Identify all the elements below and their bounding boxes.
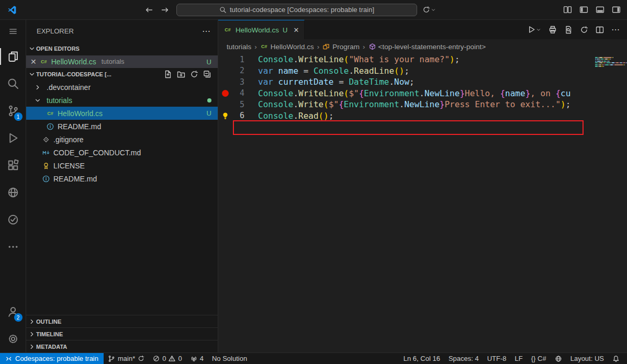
breadcrumb-item-class[interactable]: Program xyxy=(322,43,360,51)
breakpoint-gutter[interactable] xyxy=(218,76,232,88)
tree-file-CODE_OF_CONDUCT.md[interactable]: CODE_OF_CONDUCT.md xyxy=(26,146,218,159)
git-branch-icon xyxy=(108,355,115,362)
toggle-panel-icon[interactable] xyxy=(596,5,604,14)
symbol-class-icon xyxy=(322,43,330,51)
minimap[interactable] xyxy=(591,54,627,352)
open-editor-item[interactable]: ✕ C# HelloWorld.cs tutorials U xyxy=(26,55,218,68)
code-line[interactable]: 1Console.WriteLine("What is your name?")… xyxy=(218,54,627,65)
live-share-status[interactable] xyxy=(551,353,566,364)
notifications-button[interactable] xyxy=(608,353,624,364)
cursor-position[interactable]: Ln 6, Col 16 xyxy=(399,353,444,364)
collapse-all-icon[interactable] xyxy=(203,70,211,78)
breakpoint-gutter[interactable] xyxy=(218,65,232,77)
sync-dropdown-icon[interactable] xyxy=(422,6,436,14)
refresh-icon[interactable] xyxy=(190,70,198,78)
title-bar: tutorial-codespace [Codespaces: probable… xyxy=(0,0,627,20)
outline-header[interactable]: OUTLINE xyxy=(26,315,218,327)
tree-folder-.devcontainer[interactable]: .devcontainer xyxy=(26,81,218,94)
close-icon[interactable]: ✕ xyxy=(293,26,299,34)
chevron-right-icon xyxy=(33,83,42,92)
line-number: 1 xyxy=(232,55,244,64)
new-folder-icon[interactable] xyxy=(177,70,185,78)
search-editor-icon[interactable] xyxy=(564,26,573,34)
timeline-header[interactable]: TIMELINE xyxy=(26,327,218,340)
open-editors-header[interactable]: OPEN EDITORS xyxy=(26,42,218,55)
editor-more-actions-button[interactable]: ⋯ xyxy=(611,25,620,35)
breakpoint-gutter[interactable] xyxy=(218,54,232,65)
code-line[interactable]: 6Console.Read(); xyxy=(218,110,627,122)
remote-explorer-activity-button[interactable] xyxy=(0,179,26,206)
tree-item-label: tutorials xyxy=(47,96,72,105)
chevron-down-icon xyxy=(33,96,42,105)
new-file-icon[interactable] xyxy=(164,70,172,78)
split-editor-icon[interactable] xyxy=(596,26,604,34)
explorer-activity-button[interactable] xyxy=(0,43,26,70)
explorer-more-actions-button[interactable]: ⋯ xyxy=(202,26,210,36)
back-arrow-icon[interactable] xyxy=(145,6,153,14)
activity-bar: 1 2 xyxy=(0,20,26,352)
metadata-header[interactable]: METADATA xyxy=(26,340,218,352)
additional-views-button[interactable] xyxy=(0,233,26,260)
accounts-button[interactable]: 2 xyxy=(0,298,26,325)
code-line[interactable]: 3var currentDate = DateTime.Now; xyxy=(218,76,627,88)
file-tree: .devcontainertutorialsC#HelloWorld.csURE… xyxy=(26,81,218,185)
breadcrumb-item-folder[interactable]: tutorials xyxy=(227,43,251,51)
run-debug-activity-button[interactable] xyxy=(0,124,26,152)
toggle-secondary-sidebar-icon[interactable] xyxy=(612,5,621,14)
tree-file-HelloWorld.cs[interactable]: C#HelloWorld.csU xyxy=(26,107,218,120)
ports-status[interactable]: 4 xyxy=(186,353,208,364)
gear-icon xyxy=(7,333,19,345)
keyboard-layout-status[interactable]: Layout: US xyxy=(566,353,608,364)
toggle-primary-sidebar-icon[interactable] xyxy=(579,5,588,14)
code-editor[interactable]: 1Console.WriteLine("What is your name?")… xyxy=(218,54,627,352)
info-icon xyxy=(42,175,50,183)
extensions-activity-button[interactable] xyxy=(0,152,26,179)
source-control-activity-button[interactable]: 1 xyxy=(0,97,26,124)
tree-file-LICENSE[interactable]: LICENSE xyxy=(26,159,218,172)
breakpoint-gutter[interactable] xyxy=(218,99,232,110)
tree-file-README.md[interactable]: README.md xyxy=(26,120,218,133)
hamburger-icon xyxy=(8,27,18,36)
line-number: 4 xyxy=(232,88,244,98)
solution-status[interactable]: No Solution xyxy=(208,353,251,364)
print-icon[interactable] xyxy=(548,26,557,34)
problems-status[interactable]: 0 0 xyxy=(149,353,186,364)
code-line[interactable]: 2var name = Console.ReadLine(); xyxy=(218,65,627,77)
license-icon xyxy=(42,162,50,170)
branch-status[interactable]: main* xyxy=(104,353,149,364)
menu-button[interactable] xyxy=(0,20,26,43)
breakpoint-gutter[interactable] xyxy=(218,110,232,122)
indentation-status[interactable]: Spaces: 4 xyxy=(444,353,483,364)
eol-status[interactable]: LF xyxy=(511,353,527,364)
forward-arrow-icon[interactable] xyxy=(161,6,169,14)
code-line[interactable]: 4Console.WriteLine($"{Environment.NewLin… xyxy=(218,88,627,99)
testing-activity-button[interactable] xyxy=(0,206,26,233)
language-mode-status[interactable]: {} C# xyxy=(527,353,551,364)
lightbulb-icon[interactable] xyxy=(221,112,229,120)
open-changes-icon[interactable] xyxy=(580,26,588,34)
encoding-status[interactable]: UTF-8 xyxy=(483,353,511,364)
command-center-search[interactable]: tutorial-codespace [Codespaces: probable… xyxy=(176,4,417,16)
tab-helloworld[interactable]: C# HelloWorld.cs U ✕ xyxy=(218,20,305,39)
close-icon[interactable]: ✕ xyxy=(30,58,37,66)
search-activity-button[interactable] xyxy=(0,70,26,97)
remote-indicator[interactable]: Codespaces: probable train xyxy=(0,353,104,364)
breadcrumb-item-method[interactable]: <top-level-statements-entry-point> xyxy=(368,43,486,51)
breakpoint-gutter[interactable] xyxy=(218,88,232,99)
open-editor-description: tutorials xyxy=(102,58,125,65)
tree-file-README.md[interactable]: README.md xyxy=(26,172,218,185)
test-check-icon xyxy=(7,213,19,226)
tree-file-.gitignore[interactable]: .gitignore xyxy=(26,133,218,146)
run-button[interactable] xyxy=(527,25,541,34)
line-number: 6 xyxy=(232,111,244,120)
tree-folder-tutorials[interactable]: tutorials xyxy=(26,94,218,107)
breadcrumb-separator-icon: › xyxy=(363,43,365,51)
breadcrumb-item-file[interactable]: C# HelloWorld.cs xyxy=(260,42,314,51)
csharp-icon: C# xyxy=(260,42,268,51)
settings-button[interactable] xyxy=(0,325,26,352)
workspace-header[interactable]: TUTORIAL-CODESPACE [... xyxy=(26,68,218,81)
code-line[interactable]: 5Console.Write($"{Environment.NewLine}Pr… xyxy=(218,99,627,110)
customize-layout-icon[interactable] xyxy=(563,5,572,14)
modified-dot-icon xyxy=(207,98,211,103)
tree-item-label: HelloWorld.cs xyxy=(58,109,103,118)
